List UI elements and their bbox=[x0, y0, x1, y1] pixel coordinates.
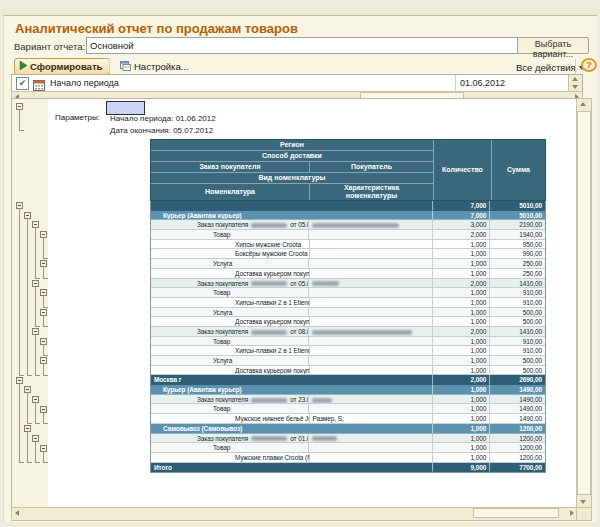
header-characteristic: Характеристика номенклатуры bbox=[310, 184, 434, 200]
settings-button[interactable]: Настройка... bbox=[114, 58, 195, 75]
report-table-header: Регион Способ доставки Заказ покупателя … bbox=[150, 139, 546, 201]
scroll-up-icon[interactable] bbox=[572, 77, 578, 81]
report-row[interactable]: Самовывоз (Самовывоз)1,0001200,00 bbox=[151, 424, 545, 434]
variant-input[interactable] bbox=[86, 37, 518, 54]
redacted-buyer-name bbox=[312, 330, 412, 335]
group-line bbox=[19, 110, 20, 130]
redacted-buyer-name bbox=[312, 436, 337, 441]
header-sum: Сумма bbox=[492, 140, 545, 200]
report-row[interactable]: Доставка курьером покупателю1,000250,00 bbox=[151, 269, 545, 279]
report-row[interactable]: Заказ покупателяот 08.06.2012 14:02:102,… bbox=[151, 327, 545, 337]
report-row[interactable]: Услуга1,000250,00 bbox=[151, 259, 545, 269]
grouping-margin bbox=[12, 99, 48, 507]
report-row[interactable]: Товар1,000910,00 bbox=[151, 337, 545, 347]
report-row[interactable]: Мужские плавки Croota (M / Красный)1,000… bbox=[151, 453, 545, 463]
redacted-order-number bbox=[251, 398, 287, 403]
scroll-right-icon[interactable] bbox=[570, 510, 574, 516]
report-row[interactable]: Товар2,0001940,00 bbox=[151, 230, 545, 240]
redacted-buyer-name bbox=[312, 281, 339, 286]
report-vertical-scrollbar[interactable] bbox=[576, 98, 592, 508]
group-line bbox=[19, 130, 24, 131]
variant-label: Вариант отчета: bbox=[14, 41, 85, 52]
report-spreadsheet[interactable]: Параметры: Начало периода: 01.06.2012Дат… bbox=[11, 98, 578, 508]
report-row[interactable]: Заказ покупателяот 05.06.2012 13:31:082,… bbox=[151, 279, 545, 289]
report-row[interactable]: 7,0005010,00 bbox=[151, 201, 545, 211]
parameter-row[interactable]: ✔ Начало периода 01.06.2012 bbox=[11, 74, 583, 92]
report-row[interactable]: Заказ покупателяот 01.06.2012 12:41:141,… bbox=[151, 434, 545, 444]
header-nomenclature: Номенклатура bbox=[151, 184, 310, 200]
params-label: Параметры: bbox=[55, 113, 100, 122]
report-row[interactable]: Заказ покупателяот 05.06.2012 12:49:153,… bbox=[151, 220, 545, 230]
report-body: 7,0005010,00Курьер (Авантаж курьер)7,000… bbox=[150, 201, 546, 473]
scroll-up-icon[interactable] bbox=[580, 102, 586, 106]
report-row[interactable]: Хипсы мужские Croota1,000950,00 bbox=[151, 240, 545, 250]
all-actions-button[interactable]: Все действия bbox=[510, 61, 591, 74]
report-row[interactable]: Итого9,0007700,00 bbox=[151, 463, 545, 473]
report-row[interactable]: Курьер (Авантаж курьер)7,0005010,00 bbox=[151, 211, 545, 221]
help-button[interactable]: ? bbox=[581, 58, 597, 72]
report-row[interactable]: Мужское нижнее бельё JOR Culture, L, M, … bbox=[151, 414, 545, 424]
redacted-order-number bbox=[251, 281, 287, 286]
redacted-buyer-name bbox=[312, 223, 399, 228]
application-window: Аналитический отчет по продажам товаров … bbox=[0, 0, 600, 527]
report-row[interactable]: Боксёры мужские Croota (L / Белый)1,0009… bbox=[151, 249, 545, 259]
scroll-left-icon[interactable] bbox=[15, 510, 19, 516]
report-horizontal-scrollbar[interactable] bbox=[11, 507, 578, 521]
scrollbar-corner bbox=[576, 507, 592, 521]
redacted-order-number bbox=[251, 436, 287, 441]
parameter-list-scrollbar[interactable] bbox=[568, 75, 582, 91]
report-row[interactable]: Хипсы-плавки 2 в 1 EtienneDevaux1,000910… bbox=[151, 298, 545, 308]
header-delivery: Способ доставки bbox=[151, 151, 434, 162]
parameter-checkbox[interactable]: ✔ bbox=[16, 77, 29, 90]
page-title: Аналитический отчет по продажам товаров bbox=[15, 21, 298, 36]
settings-label: Настройка... bbox=[134, 61, 189, 72]
report-row[interactable]: Товар1,000910,00 bbox=[151, 288, 545, 298]
header-qty: Количество bbox=[434, 140, 492, 200]
settings-grid-icon bbox=[120, 61, 131, 73]
play-icon bbox=[19, 61, 27, 72]
report-form: Аналитический отчет по продажам товаров … bbox=[3, 15, 597, 522]
report-row[interactable]: Доставка курьером покупателю1,000500,00 bbox=[151, 317, 545, 327]
report-row[interactable]: Товар1,0001200,00 bbox=[151, 443, 545, 453]
choose-variant-button[interactable]: Выбрать вариант... bbox=[517, 37, 589, 54]
header-buyer: Покупатель bbox=[310, 162, 434, 173]
report-row[interactable]: Москва г2,0002690,00 bbox=[151, 375, 545, 385]
report-row[interactable]: Услуга1,000500,00 bbox=[151, 356, 545, 366]
scroll-down-icon[interactable] bbox=[580, 500, 586, 504]
redacted-order-number bbox=[251, 330, 287, 335]
report-row[interactable]: Хипсы-плавки 2 в 1 EtienneDevaux1,000910… bbox=[151, 346, 545, 356]
report-row[interactable]: Услуга1,000500,00 bbox=[151, 308, 545, 318]
toolbar-separator bbox=[575, 59, 576, 74]
generate-label: Сформировать bbox=[30, 61, 102, 72]
report-row[interactable]: Доставка курьером покупателю1,000500,00 bbox=[151, 366, 545, 376]
column-divider bbox=[455, 75, 456, 91]
scrollbar-thumb[interactable] bbox=[473, 508, 559, 518]
header-order: Заказ покупателя bbox=[151, 162, 310, 173]
scrollbar-thumb[interactable] bbox=[577, 111, 591, 495]
scroll-down-icon[interactable] bbox=[572, 85, 578, 89]
params-values: Начало периода: 01.06.2012Дата окончания… bbox=[110, 113, 216, 137]
all-actions-label: Все действия bbox=[516, 62, 576, 73]
report-table: Регион Способ доставки Заказ покупателя … bbox=[150, 139, 546, 473]
parameter-value[interactable]: 01.06.2012 bbox=[460, 78, 505, 88]
parameter-name: Начало периода bbox=[50, 78, 119, 88]
report-row[interactable]: Заказ покупателяот 23.05.2012 11:00:451,… bbox=[151, 395, 545, 405]
toolbar-separator bbox=[109, 59, 110, 74]
group-collapse-button[interactable] bbox=[16, 103, 23, 110]
redacted-order-number bbox=[251, 223, 287, 228]
generate-button[interactable]: Сформировать bbox=[14, 58, 110, 75]
report-row[interactable]: Курьер (Авантаж курьер)1,0001490,00 bbox=[151, 385, 545, 395]
header-region: Регион bbox=[151, 140, 434, 151]
redacted-buyer-name bbox=[312, 398, 332, 403]
report-row[interactable]: Товар1,0001490,00 bbox=[151, 404, 545, 414]
header-kind: Вид номенклатуры bbox=[151, 173, 434, 184]
